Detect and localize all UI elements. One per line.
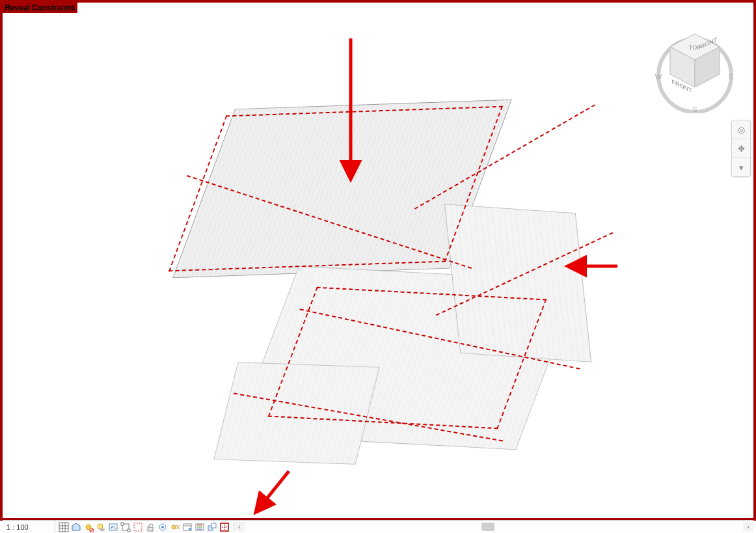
annotation-arrows — [3, 3, 756, 523]
svg-rect-25 — [128, 529, 130, 532]
svg-point-20 — [100, 528, 105, 531]
svg-rect-27 — [148, 527, 153, 531]
model-stage — [128, 78, 583, 443]
view-control-bar: 1 : 100 ‹ › — [3, 520, 753, 533]
horizontal-scrollbar[interactable]: ‹ › — [234, 522, 753, 532]
svg-line-2 — [256, 471, 289, 512]
svg-text:S: S — [692, 105, 697, 113]
svg-rect-21 — [109, 524, 117, 530]
svg-rect-26 — [134, 523, 142, 531]
visual-style-icon[interactable] — [70, 522, 81, 532]
navbar-expand-icon[interactable]: ▾ — [732, 158, 750, 176]
view-cube[interactable]: TOP FRONT RIGHT S W E — [649, 22, 740, 113]
reveal-hidden-icon[interactable] — [169, 522, 180, 532]
navigation-bar[interactable]: ◎ ✥ ▾ — [731, 120, 751, 177]
svg-text:W: W — [655, 73, 662, 81]
reveal-constraints-icon[interactable] — [219, 522, 230, 532]
svg-point-30 — [172, 525, 176, 529]
temporary-view-props-icon[interactable] — [182, 522, 193, 532]
highlight-displacement-icon[interactable] — [206, 522, 217, 532]
view-scale-value: 1 : 100 — [7, 523, 29, 531]
svg-point-33 — [188, 527, 191, 530]
show-analytical-icon[interactable] — [194, 522, 205, 532]
scroll-right-icon[interactable]: › — [743, 522, 753, 532]
scroll-left-icon[interactable]: ‹ — [234, 522, 245, 532]
svg-point-29 — [161, 526, 164, 528]
steering-wheel-icon[interactable]: ◎ — [732, 120, 750, 139]
view-control-icons — [55, 521, 230, 533]
scroll-thumb[interactable] — [481, 523, 494, 531]
sun-path-icon[interactable] — [83, 522, 94, 532]
detail-level-icon[interactable] — [58, 522, 69, 532]
mode-label: Reveal Constraints — [3, 3, 77, 13]
svg-marker-15 — [72, 523, 80, 530]
unlocked-3d-icon[interactable] — [144, 522, 155, 532]
temporary-hide-isolate-icon[interactable] — [157, 522, 168, 532]
crop-view-icon[interactable] — [120, 522, 131, 532]
view-scale[interactable]: 1 : 100 — [3, 521, 55, 533]
shadows-icon[interactable] — [95, 522, 106, 532]
pan-icon[interactable]: ✥ — [732, 139, 750, 158]
show-crop-region-icon[interactable] — [132, 522, 143, 532]
drawing-viewport[interactable]: Reveal Constraints — [0, 0, 756, 521]
svg-rect-24 — [121, 523, 124, 525]
svg-text:E: E — [729, 73, 733, 81]
svg-point-19 — [98, 524, 103, 529]
svg-rect-10 — [59, 523, 68, 532]
svg-rect-39 — [211, 523, 216, 528]
rendering-dialog-icon[interactable] — [107, 522, 118, 532]
